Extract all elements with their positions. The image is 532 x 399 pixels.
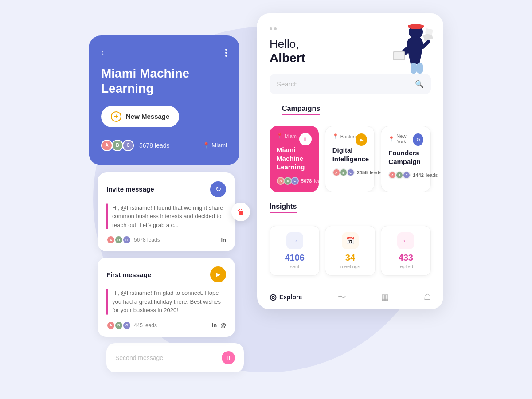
location-text: Boston — [340, 134, 356, 139]
insight-meetings: 📅 34 meetings — [325, 226, 375, 276]
leads-count: 5678 leads — [139, 142, 170, 149]
tile-location: 📍 New York — [388, 133, 413, 144]
avatar: B — [114, 235, 123, 244]
location-pin-icon: 📍 — [277, 133, 283, 139]
social-icons: in — [221, 237, 226, 243]
location-pin-icon: 📍 — [332, 133, 339, 139]
refresh-button[interactable]: ↻ — [413, 133, 423, 146]
campaign-tile-boston[interactable]: 📍 Boston ▶ Digital Intelligence A B C 24… — [325, 126, 375, 192]
avatar: C — [347, 168, 355, 176]
avatars-mini: A B C — [106, 235, 131, 244]
avatar: A — [106, 321, 115, 330]
campaign-tile-newyork[interactable]: 📍 New York ↻ Founders Campaign A B C 144… — [381, 126, 431, 192]
insights-grid: → 4106 sent 📅 34 meetings ← 433 replied — [270, 226, 431, 276]
leads-text: 445 leads — [134, 322, 157, 329]
email-icon: @ — [220, 322, 226, 329]
play-button[interactable]: ▶ — [356, 133, 367, 146]
avatar: A — [106, 235, 115, 244]
leads-label: leads — [426, 172, 438, 178]
avatar: A — [101, 140, 113, 151]
message-cards-stack: Invite message ↻ Hi, @firstname! I found… — [98, 172, 244, 372]
plus-icon: + — [111, 111, 121, 122]
delete-button[interactable]: 🗑 — [231, 203, 250, 221]
campaigns-section-title: Campaigns — [282, 105, 320, 115]
svg-rect-5 — [411, 63, 417, 74]
calendar-nav-icon: ▦ — [381, 292, 389, 302]
replied-count: 433 — [387, 253, 424, 263]
pause-button[interactable]: ⏸ — [299, 133, 312, 145]
app-panel: Hello, Albert — [257, 13, 443, 309]
campaigns-list: 📍 Miami ⏸ Miami Machine Learning A B C 5… — [257, 126, 443, 192]
location-text: New York — [396, 133, 413, 144]
leads-info: A B C 445 leads — [106, 321, 157, 330]
avatar: B — [340, 168, 348, 176]
content-area: ‹ Miami Machine Learning + New Message A… — [89, 27, 443, 372]
social-icons: in @ — [212, 322, 226, 329]
card-title: Invite message — [106, 185, 154, 193]
leads-row: A B C 5678 leads 📍 Miami — [101, 140, 227, 151]
message-body: Hi, @firstname! I found that we might sh… — [106, 203, 226, 230]
avatar: B — [112, 140, 123, 151]
first-message-wrapper: First message ▶ Hi, @firstname! I'm glad… — [98, 258, 244, 337]
explore-icon: ◎ — [270, 292, 277, 302]
insight-sent: → 4106 sent — [270, 226, 320, 276]
location-pin-icon: 📍 — [388, 136, 395, 142]
leads-count: 1442 — [413, 172, 423, 178]
location-text: Miami — [285, 133, 297, 139]
insights-section: Insights → 4106 sent 📅 34 meetings ← 433 — [257, 203, 443, 276]
svg-rect-8 — [425, 28, 433, 35]
linkedin-icon: in — [212, 322, 217, 329]
tile-location: 📍 Miami — [277, 133, 297, 139]
leads-label: leads — [370, 170, 381, 175]
nav-explore[interactable]: ◎ Explore — [270, 292, 302, 302]
nav-row: ‹ — [101, 48, 227, 57]
leads-info: A B C 5678 leads — [106, 235, 160, 244]
pause-button[interactable]: ⏸ — [222, 351, 235, 364]
sent-count: 4106 — [276, 253, 313, 263]
avatar: C — [122, 140, 134, 151]
avatars-group: A B C — [101, 140, 134, 151]
linkedin-icon: in — [221, 237, 226, 243]
new-message-button[interactable]: + New Message — [101, 106, 179, 127]
second-msg-header: Second message ⏸ — [115, 351, 235, 364]
nav-profile[interactable]: ☖ — [424, 292, 431, 302]
meetings-label: meetings — [332, 264, 368, 269]
svg-rect-2 — [408, 25, 424, 27]
first-message-card: First message ▶ Hi, @firstname! I'm glad… — [98, 258, 235, 337]
leads-info: A B C 2456 leads — [332, 168, 368, 176]
insights-title: Insights — [270, 203, 297, 213]
campaign-name: Digital Intelligence — [332, 146, 368, 163]
campaign-card: ‹ Miami Machine Learning + New Message A… — [89, 35, 239, 165]
replied-label: replied — [387, 264, 424, 269]
campaign-name: Miami Machine Learning — [277, 145, 312, 172]
leads-info: A B C 5678 leads — [277, 177, 312, 185]
arrow-right-icon: → — [286, 232, 303, 249]
message-text: Hi, @firstname! I found that we might sh… — [112, 203, 226, 230]
bottom-nav: ◎ Explore 〜 ▦ ☖ — [257, 285, 443, 309]
second-msg-title: Second message — [115, 354, 163, 361]
insight-replied: ← 433 replied — [381, 226, 431, 276]
avatar: C — [122, 235, 131, 244]
border-accent — [106, 203, 108, 230]
card-footer: A B C 5678 leads in — [106, 235, 226, 244]
avatars: A B C — [277, 177, 299, 185]
border-accent — [106, 289, 108, 315]
leads-count: 2456 — [357, 170, 368, 175]
play-button[interactable]: ▶ — [210, 266, 226, 282]
left-column: ‹ Miami Machine Learning + New Message A… — [89, 35, 244, 372]
avatar: B — [114, 321, 123, 330]
avatar: C — [122, 321, 131, 330]
back-button[interactable]: ‹ — [101, 48, 104, 57]
nav-activity[interactable]: 〜 — [337, 291, 346, 303]
calendar-icon: 📅 — [342, 232, 359, 249]
campaign-name: Founders Campaign — [388, 149, 423, 166]
location-pin-icon: 📍 — [203, 142, 210, 149]
invite-message-wrapper: Invite message ↻ Hi, @firstname! I found… — [98, 172, 244, 252]
campaign-tile-miami[interactable]: 📍 Miami ⏸ Miami Machine Learning A B C 5… — [270, 126, 319, 192]
nav-calendar[interactable]: ▦ — [381, 292, 389, 302]
more-options-button[interactable] — [225, 49, 227, 57]
avatar: A — [332, 168, 340, 176]
refresh-button[interactable]: ↻ — [210, 181, 226, 197]
avatar: C — [403, 171, 411, 179]
avatars: A B C — [388, 171, 411, 179]
